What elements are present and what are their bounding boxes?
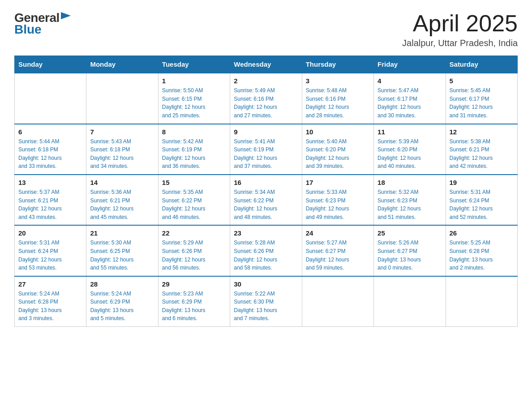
day-number: 23 <box>234 229 298 237</box>
day-number: 9 <box>234 128 298 136</box>
day-number: 28 <box>90 280 154 288</box>
day-info: Sunrise: 5:43 AM Sunset: 6:18 PM Dayligh… <box>90 137 154 171</box>
column-header-saturday: Saturday <box>446 56 517 73</box>
day-info: Sunrise: 5:37 AM Sunset: 6:21 PM Dayligh… <box>18 188 82 221</box>
calendar-cell: 8Sunrise: 5:42 AM Sunset: 6:19 PM Daylig… <box>158 124 230 175</box>
calendar-cell: 20Sunrise: 5:31 AM Sunset: 6:24 PM Dayli… <box>15 225 86 276</box>
day-number: 27 <box>18 280 82 288</box>
calendar-cell: 10Sunrise: 5:40 AM Sunset: 6:20 PM Dayli… <box>302 124 373 175</box>
day-info: Sunrise: 5:35 AM Sunset: 6:22 PM Dayligh… <box>162 188 226 221</box>
day-number: 1 <box>162 77 226 85</box>
day-info: Sunrise: 5:48 AM Sunset: 6:16 PM Dayligh… <box>306 86 370 120</box>
day-number: 8 <box>162 128 226 136</box>
calendar-cell: 12Sunrise: 5:38 AM Sunset: 6:21 PM Dayli… <box>446 124 517 175</box>
day-info: Sunrise: 5:33 AM Sunset: 6:23 PM Dayligh… <box>306 188 370 221</box>
day-info: Sunrise: 5:36 AM Sunset: 6:21 PM Dayligh… <box>90 188 154 221</box>
day-info: Sunrise: 5:38 AM Sunset: 6:21 PM Dayligh… <box>450 137 514 171</box>
day-info: Sunrise: 5:49 AM Sunset: 6:16 PM Dayligh… <box>234 86 298 120</box>
logo: General Blue <box>14 11 71 37</box>
calendar-table: SundayMondayTuesdayWednesdayThursdayFrid… <box>14 56 518 327</box>
column-header-wednesday: Wednesday <box>230 56 302 73</box>
day-number: 16 <box>234 179 298 186</box>
calendar-cell <box>302 276 373 327</box>
day-info: Sunrise: 5:39 AM Sunset: 6:20 PM Dayligh… <box>378 137 442 171</box>
calendar-cell: 30Sunrise: 5:22 AM Sunset: 6:30 PM Dayli… <box>230 276 302 327</box>
day-info: Sunrise: 5:30 AM Sunset: 6:25 PM Dayligh… <box>90 239 154 272</box>
calendar-cell: 11Sunrise: 5:39 AM Sunset: 6:20 PM Dayli… <box>374 124 446 175</box>
calendar-cell <box>446 276 517 327</box>
day-number: 22 <box>162 229 226 237</box>
day-info: Sunrise: 5:40 AM Sunset: 6:20 PM Dayligh… <box>306 137 370 171</box>
calendar-week-row: 6Sunrise: 5:44 AM Sunset: 6:18 PM Daylig… <box>15 124 518 175</box>
day-info: Sunrise: 5:42 AM Sunset: 6:19 PM Dayligh… <box>162 137 226 171</box>
day-info: Sunrise: 5:45 AM Sunset: 6:17 PM Dayligh… <box>450 86 514 120</box>
calendar-cell: 26Sunrise: 5:25 AM Sunset: 6:28 PM Dayli… <box>446 225 517 276</box>
calendar-cell: 2Sunrise: 5:49 AM Sunset: 6:16 PM Daylig… <box>230 73 302 124</box>
day-number: 7 <box>90 128 154 136</box>
logo-flag-icon <box>61 12 71 25</box>
day-info: Sunrise: 5:50 AM Sunset: 6:15 PM Dayligh… <box>162 86 226 120</box>
day-info: Sunrise: 5:32 AM Sunset: 6:23 PM Dayligh… <box>378 188 442 221</box>
day-info: Sunrise: 5:41 AM Sunset: 6:19 PM Dayligh… <box>234 137 298 171</box>
calendar-cell: 29Sunrise: 5:23 AM Sunset: 6:29 PM Dayli… <box>158 276 230 327</box>
day-number: 15 <box>162 179 226 186</box>
column-header-monday: Monday <box>86 56 158 73</box>
day-info: Sunrise: 5:27 AM Sunset: 6:27 PM Dayligh… <box>306 239 370 272</box>
calendar-cell: 28Sunrise: 5:24 AM Sunset: 6:29 PM Dayli… <box>86 276 158 327</box>
calendar-cell: 14Sunrise: 5:36 AM Sunset: 6:21 PM Dayli… <box>86 175 158 225</box>
day-number: 19 <box>450 179 514 186</box>
calendar-week-row: 20Sunrise: 5:31 AM Sunset: 6:24 PM Dayli… <box>15 225 518 276</box>
day-number: 29 <box>162 280 226 288</box>
calendar-cell: 21Sunrise: 5:30 AM Sunset: 6:25 PM Dayli… <box>86 225 158 276</box>
logo-blue-text: Blue <box>14 22 42 37</box>
page-header: General Blue April 2025 Jalalpur, Uttar … <box>14 11 518 48</box>
day-info: Sunrise: 5:31 AM Sunset: 6:24 PM Dayligh… <box>450 188 514 221</box>
day-number: 12 <box>450 128 514 136</box>
calendar-cell: 3Sunrise: 5:48 AM Sunset: 6:16 PM Daylig… <box>302 73 373 124</box>
day-number: 11 <box>378 128 442 136</box>
day-number: 20 <box>18 229 82 237</box>
calendar-cell: 1Sunrise: 5:50 AM Sunset: 6:15 PM Daylig… <box>158 73 230 124</box>
calendar-cell: 19Sunrise: 5:31 AM Sunset: 6:24 PM Dayli… <box>446 175 517 225</box>
day-info: Sunrise: 5:34 AM Sunset: 6:22 PM Dayligh… <box>234 188 298 221</box>
calendar-cell: 6Sunrise: 5:44 AM Sunset: 6:18 PM Daylig… <box>15 124 86 175</box>
column-header-thursday: Thursday <box>302 56 373 73</box>
column-header-sunday: Sunday <box>15 56 86 73</box>
calendar-cell: 24Sunrise: 5:27 AM Sunset: 6:27 PM Dayli… <box>302 225 373 276</box>
calendar-header-row: SundayMondayTuesdayWednesdayThursdayFrid… <box>15 56 518 73</box>
day-info: Sunrise: 5:26 AM Sunset: 6:27 PM Dayligh… <box>378 239 442 272</box>
day-number: 24 <box>306 229 370 237</box>
day-number: 30 <box>234 280 298 288</box>
day-number: 5 <box>450 77 514 85</box>
day-number: 18 <box>378 179 442 186</box>
day-info: Sunrise: 5:23 AM Sunset: 6:29 PM Dayligh… <box>162 290 226 323</box>
day-info: Sunrise: 5:44 AM Sunset: 6:18 PM Dayligh… <box>18 137 82 171</box>
calendar-cell: 23Sunrise: 5:28 AM Sunset: 6:26 PM Dayli… <box>230 225 302 276</box>
calendar-cell: 17Sunrise: 5:33 AM Sunset: 6:23 PM Dayli… <box>302 175 373 225</box>
day-number: 3 <box>306 77 370 85</box>
day-info: Sunrise: 5:24 AM Sunset: 6:28 PM Dayligh… <box>18 290 82 323</box>
day-info: Sunrise: 5:28 AM Sunset: 6:26 PM Dayligh… <box>234 239 298 272</box>
calendar-cell: 5Sunrise: 5:45 AM Sunset: 6:17 PM Daylig… <box>446 73 517 124</box>
calendar-cell: 4Sunrise: 5:47 AM Sunset: 6:17 PM Daylig… <box>374 73 446 124</box>
day-number: 21 <box>90 229 154 237</box>
column-header-friday: Friday <box>374 56 446 73</box>
day-info: Sunrise: 5:29 AM Sunset: 6:26 PM Dayligh… <box>162 239 226 272</box>
month-title: April 2025 <box>402 11 518 36</box>
day-info: Sunrise: 5:22 AM Sunset: 6:30 PM Dayligh… <box>234 290 298 323</box>
calendar-cell: 22Sunrise: 5:29 AM Sunset: 6:26 PM Dayli… <box>158 225 230 276</box>
calendar-cell: 13Sunrise: 5:37 AM Sunset: 6:21 PM Dayli… <box>15 175 86 225</box>
calendar-cell: 25Sunrise: 5:26 AM Sunset: 6:27 PM Dayli… <box>374 225 446 276</box>
calendar-cell: 27Sunrise: 5:24 AM Sunset: 6:28 PM Dayli… <box>15 276 86 327</box>
calendar-week-row: 13Sunrise: 5:37 AM Sunset: 6:21 PM Dayli… <box>15 175 518 225</box>
calendar-cell <box>374 276 446 327</box>
location-text: Jalalpur, Uttar Pradesh, India <box>402 38 518 48</box>
day-number: 2 <box>234 77 298 85</box>
calendar-cell <box>86 73 158 124</box>
calendar-week-row: 27Sunrise: 5:24 AM Sunset: 6:28 PM Dayli… <box>15 276 518 327</box>
day-info: Sunrise: 5:24 AM Sunset: 6:29 PM Dayligh… <box>90 290 154 323</box>
day-number: 6 <box>18 128 82 136</box>
day-number: 26 <box>450 229 514 237</box>
calendar-cell: 15Sunrise: 5:35 AM Sunset: 6:22 PM Dayli… <box>158 175 230 225</box>
column-header-tuesday: Tuesday <box>158 56 230 73</box>
